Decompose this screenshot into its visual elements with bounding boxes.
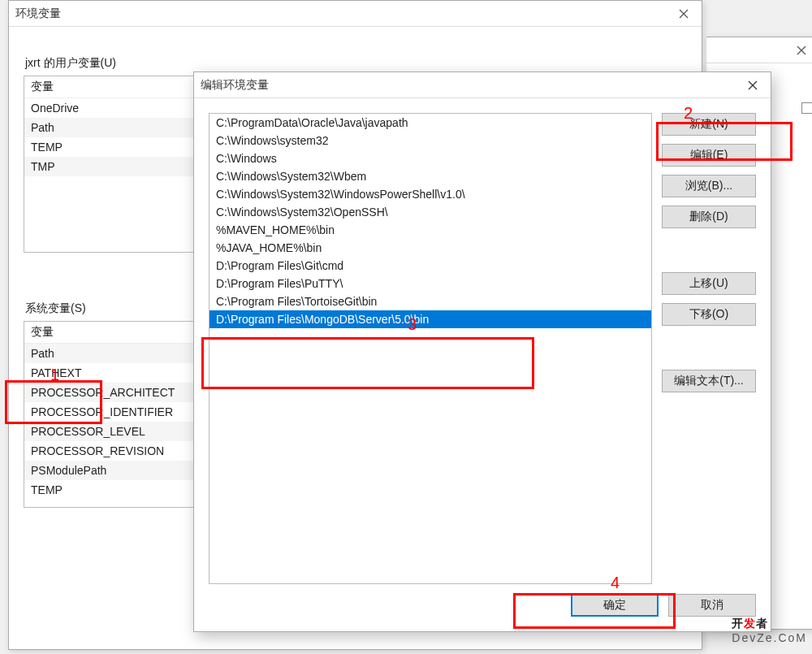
annotation-label-1: 1 [50, 366, 59, 384]
browse-button[interactable]: 浏览(B)... [662, 175, 756, 197]
move-up-button[interactable]: 上移(U) [662, 272, 756, 295]
watermark-char: 开 [732, 617, 744, 630]
env-vars-title: 环境变量 [15, 6, 61, 21]
annotation-label-4: 4 [611, 574, 620, 592]
path-row[interactable]: C:\Program Files\TortoiseGit\bin [209, 292, 651, 310]
move-down-button[interactable]: 下移(O) [662, 303, 756, 326]
delete-button[interactable]: 删除(D) [662, 206, 756, 228]
ok-button[interactable]: 确定 [571, 594, 659, 617]
watermark: 开发者 DevZe.CoM [732, 605, 807, 644]
path-row[interactable]: C:\Windows\system32 [209, 132, 651, 149]
watermark-sub: DevZe.CoM [732, 631, 807, 644]
path-row[interactable]: D:\Program Files\PuTTY\ [209, 275, 651, 292]
user-vars-label: jxrt 的用户变量(U) [25, 56, 687, 71]
edit-button[interactable]: 编辑(E) [662, 144, 756, 167]
close-icon[interactable] [790, 39, 812, 62]
watermark-char: 者 [756, 617, 768, 630]
edit-text-button[interactable]: 编辑文本(T)... [662, 370, 756, 392]
path-row[interactable]: %JAVA_HOME%\bin [209, 239, 651, 257]
path-row[interactable]: C:\Windows\System32\Wbem [209, 167, 651, 185]
edit-env-var-title: 编辑环境变量 [201, 78, 269, 93]
path-row[interactable]: C:\Windows\System32\WindowsPowerShell\v1… [209, 185, 651, 203]
env-vars-titlebar: 环境变量 [9, 1, 702, 27]
path-row[interactable]: %MAVEN_HOME%\bin [209, 221, 651, 239]
path-row[interactable]: C:\Windows [209, 149, 651, 167]
path-list[interactable]: C:\ProgramData\Oracle\Java\javapathC:\Wi… [209, 113, 652, 584]
edit-env-var-titlebar: 编辑环境变量 [194, 72, 771, 98]
watermark-char: 发 [744, 617, 756, 630]
annotation-label-3: 3 [408, 315, 417, 334]
checkbox-hint [801, 102, 812, 114]
path-row[interactable]: D:\Program Files\MongoDB\Server\5.0\bin [209, 310, 651, 328]
background-window-titlebar [706, 37, 812, 63]
path-row[interactable]: C:\ProgramData\Oracle\Java\javapath [209, 114, 651, 132]
close-icon[interactable] [741, 74, 764, 97]
close-icon[interactable] [672, 2, 695, 25]
path-row[interactable]: D:\Program Files\Git\cmd [209, 257, 651, 275]
path-row[interactable]: C:\Windows\System32\OpenSSH\ [209, 203, 651, 221]
new-button[interactable]: 新建(N) [662, 113, 756, 136]
edit-env-var-dialog: 编辑环境变量 C:\ProgramData\Oracle\Java\javapa… [193, 71, 771, 632]
annotation-label-2: 2 [684, 104, 693, 123]
